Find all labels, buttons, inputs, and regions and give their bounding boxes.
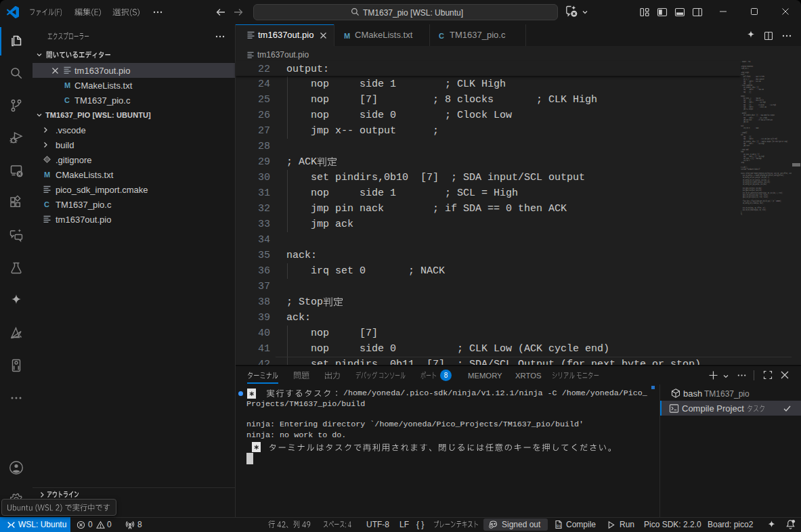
- svg-text:01: 01: [557, 524, 561, 529]
